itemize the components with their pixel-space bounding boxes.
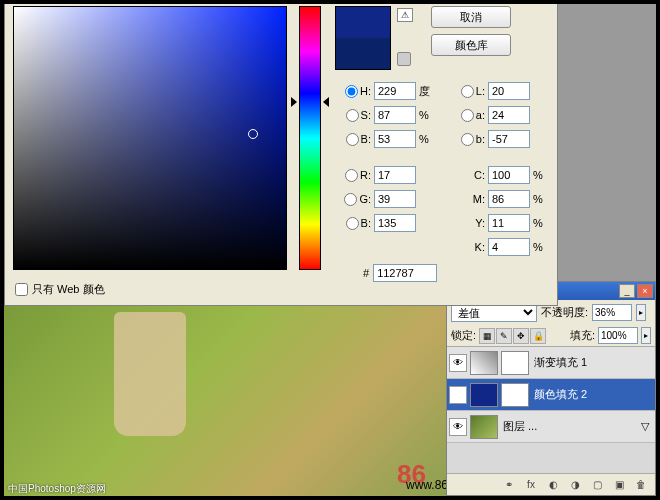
m-input[interactable] [488, 190, 530, 208]
hue-slider[interactable] [299, 6, 321, 270]
gamut-warning-icon[interactable]: ⚠ [397, 8, 413, 22]
cube-icon[interactable] [397, 52, 411, 66]
web-colors-checkbox-label[interactable]: 只有 Web 颜色 [15, 282, 105, 297]
a-radio-label[interactable]: a: [449, 109, 485, 122]
layers-panel: _ × 差值 不透明度: ▸ 锁定: ▦ ✎ ✥ 🔒 填充: ▸ 👁 渐变填充 … [446, 281, 656, 496]
color-picker-dialog: ⚠ 取消 颜色库 H: 度 [4, 4, 558, 306]
k-label: K: [449, 241, 485, 253]
hex-label: # [363, 267, 369, 279]
chevron-right-icon[interactable]: ▸ [641, 327, 651, 344]
unit-label: % [533, 169, 545, 181]
opacity-input[interactable] [592, 304, 632, 321]
folder-icon[interactable]: ▢ [589, 477, 605, 493]
a-radio[interactable] [461, 109, 474, 122]
current-color-swatch[interactable] [336, 38, 390, 69]
mask-icon[interactable]: ◐ [545, 477, 561, 493]
unit-label: % [533, 193, 545, 205]
lock-transparency-icon[interactable]: ▦ [479, 328, 495, 344]
layer-thumbnail[interactable] [470, 351, 498, 375]
panel-footer: ⚭ fx ◐ ◑ ▢ ▣ 🗑 [447, 473, 655, 495]
sat-radio-label[interactable]: S: [335, 109, 371, 122]
g-input[interactable] [374, 190, 416, 208]
sat-input[interactable] [374, 106, 416, 124]
close-icon[interactable]: × [637, 284, 653, 298]
adjustment-icon[interactable]: ◑ [567, 477, 583, 493]
lab-b-input[interactable] [488, 130, 530, 148]
lock-position-icon[interactable]: ✥ [513, 328, 529, 344]
y-label: Y: [449, 217, 485, 229]
r-radio[interactable] [345, 169, 358, 182]
k-input[interactable] [488, 238, 530, 256]
bri-radio[interactable] [346, 133, 359, 146]
color-swatch [335, 6, 391, 70]
cancel-button[interactable]: 取消 [431, 6, 511, 28]
hue-pointer-icon [291, 97, 297, 107]
layer-row[interactable]: 👁 颜色填充 2 [447, 379, 655, 411]
layer-name[interactable]: 颜色填充 2 [534, 387, 587, 402]
lock-label: 锁定: [451, 328, 476, 343]
color-field[interactable] [13, 6, 287, 270]
lock-all-icon[interactable]: 🔒 [530, 328, 546, 344]
hue-input[interactable] [374, 82, 416, 100]
hue-pointer-icon [323, 97, 329, 107]
b-input[interactable] [374, 214, 416, 232]
chevron-right-icon[interactable]: ▸ [636, 304, 646, 321]
fx-icon[interactable]: fx [523, 477, 539, 493]
a-input[interactable] [488, 106, 530, 124]
layer-row[interactable]: 👁 图层 ... ▽ [447, 411, 655, 443]
layer-thumbnail[interactable] [470, 383, 498, 407]
g-radio[interactable] [344, 193, 357, 206]
visibility-eye-icon[interactable]: 👁 [449, 418, 467, 436]
sat-radio[interactable] [346, 109, 359, 122]
web-colors-checkbox[interactable] [15, 283, 28, 296]
watermark-text: 中国Photoshop资源网 [8, 482, 106, 496]
y-input[interactable] [488, 214, 530, 232]
bri-input[interactable] [374, 130, 416, 148]
layer-list: 👁 渐变填充 1 👁 颜色填充 2 👁 图层 ... ▽ [447, 347, 655, 473]
layer-mask-thumbnail[interactable] [501, 383, 529, 407]
unit-label: % [419, 133, 431, 145]
l-radio-label[interactable]: L: [449, 85, 485, 98]
bri-radio-label[interactable]: B: [335, 133, 371, 146]
layer-filter-icon[interactable]: ▽ [641, 420, 649, 433]
unit-label: % [533, 241, 545, 253]
layer-mask-thumbnail[interactable] [501, 351, 529, 375]
layer-name[interactable]: 图层 ... [503, 419, 537, 434]
g-radio-label[interactable]: G: [335, 193, 371, 206]
image-figure [114, 312, 186, 436]
unit-label: 度 [419, 84, 431, 99]
m-label: M: [449, 193, 485, 205]
b-radio[interactable] [346, 217, 359, 230]
c-label: C: [449, 169, 485, 181]
new-color-swatch [336, 7, 390, 38]
lab-b-radio[interactable] [461, 133, 474, 146]
layer-thumbnail[interactable] [470, 415, 498, 439]
color-library-button[interactable]: 颜色库 [431, 34, 511, 56]
c-input[interactable] [488, 166, 530, 184]
lab-b-radio-label[interactable]: b: [449, 133, 485, 146]
canvas-image: 中国Photoshop资源网 86 [4, 306, 452, 498]
visibility-eye-icon[interactable]: 👁 [449, 386, 467, 404]
hue-radio-label[interactable]: H: [335, 85, 371, 98]
fill-input[interactable] [598, 327, 638, 344]
unit-label: % [533, 217, 545, 229]
trash-icon[interactable]: 🗑 [633, 477, 649, 493]
b-radio-label[interactable]: B: [335, 217, 371, 230]
visibility-eye-icon[interactable]: 👁 [449, 354, 467, 372]
minimize-icon[interactable]: _ [619, 284, 635, 298]
color-field-cursor [248, 129, 258, 139]
r-input[interactable] [374, 166, 416, 184]
new-layer-icon[interactable]: ▣ [611, 477, 627, 493]
layer-row[interactable]: 👁 渐变填充 1 [447, 347, 655, 379]
l-input[interactable] [488, 82, 530, 100]
fill-label: 填充: [570, 328, 595, 343]
unit-label: % [419, 109, 431, 121]
lock-pixels-icon[interactable]: ✎ [496, 328, 512, 344]
hex-input[interactable] [373, 264, 437, 282]
opacity-label: 不透明度: [541, 305, 588, 320]
link-layers-icon[interactable]: ⚭ [501, 477, 517, 493]
layer-name[interactable]: 渐变填充 1 [534, 355, 587, 370]
r-radio-label[interactable]: R: [335, 169, 371, 182]
hue-radio[interactable] [345, 85, 358, 98]
l-radio[interactable] [461, 85, 474, 98]
